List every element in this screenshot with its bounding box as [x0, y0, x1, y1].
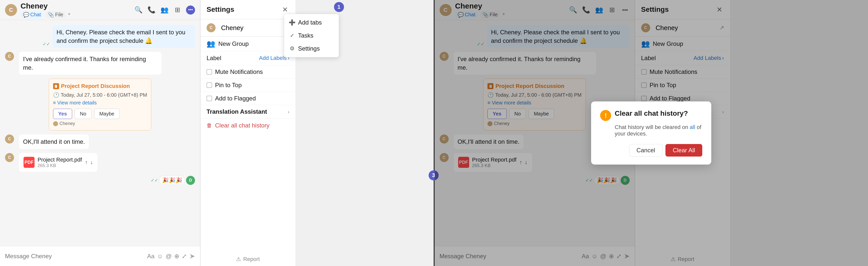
group-icon[interactable]: 👥 — [160, 5, 169, 14]
avatar-green: D — [186, 176, 195, 185]
dropdown-menu: ➕ Add tabs ✓ Tasks ⚙ Settings — [284, 14, 339, 57]
modal-overlay: ! Clear all chat history? Chat history w… — [435, 0, 868, 266]
search-icon[interactable]: 🔍 — [134, 5, 143, 14]
left-settings-panel: Settings ✕ C Cheney ↗ 👥 New Group Label … — [200, 0, 296, 266]
message-bubble-received: I've already confirmed it. Thanks for re… — [19, 52, 161, 75]
clear-history-item[interactable]: 🗑 Clear all chat history — [200, 118, 296, 132]
left-settings-close[interactable]: ✕ — [280, 5, 289, 14]
pin-item[interactable]: Pin to Top — [200, 79, 296, 92]
avatar-small: C — [5, 135, 14, 144]
upload-icon[interactable]: ↑ — [85, 159, 88, 166]
message-row: Hi, Cheney. Please check the email I sen… — [5, 25, 195, 48]
add-tabs-item[interactable]: ➕ Add tabs — [284, 16, 339, 29]
warning-icon: ! — [600, 110, 611, 121]
new-group-label: New Group — [218, 40, 249, 47]
settings-avatar: C — [207, 23, 216, 32]
left-chat-input-area: Aa ☺ @ ⊕ ⤢ ➤ — [0, 246, 200, 266]
clear-all-button[interactable]: Clear All — [665, 144, 702, 156]
translation-item[interactable]: Translation Assistant › — [200, 105, 296, 118]
tick-icon: ✓✓ — [42, 41, 50, 47]
video-call-icon[interactable]: 📞 — [147, 5, 156, 14]
message-row: C OK,I'll attend it on time. — [5, 135, 195, 149]
input-icons: Aa ☺ @ ⊕ ⤢ — [147, 253, 187, 260]
event-card-header: 📋 Project Report Discussion — [53, 83, 147, 89]
left-avatar: C — [5, 4, 17, 16]
modal-desc: Chat history will be cleared on all of y… — [600, 124, 702, 137]
left-header-info: Cheney 💬 Chat 📎 File + — [21, 2, 134, 18]
file-actions: ↑ ↓ — [85, 159, 93, 166]
badge-1: 1 — [334, 2, 344, 12]
report-btn[interactable]: ⚠ Report — [200, 253, 296, 266]
avatar-small: C — [5, 52, 14, 61]
event-title: Project Report Discussion — [61, 83, 130, 89]
no-button[interactable]: No — [74, 109, 92, 119]
modal-title: Clear all chat history? — [615, 110, 688, 117]
event-card: 📋 Project Report Discussion 🕐 Today, Jul… — [49, 79, 152, 130]
flag-label: Add to Flagged — [215, 95, 256, 102]
send-button[interactable]: ➤ — [189, 252, 195, 260]
event-details-link[interactable]: ≡ View more details — [53, 100, 147, 106]
left-settings-person: C Cheney ↗ — [200, 19, 296, 36]
flag-item[interactable]: Add to Flagged — [200, 92, 296, 105]
left-person-info: C Cheney — [207, 23, 244, 32]
add-tabs-label: Add tabs — [298, 19, 322, 26]
emoji-icon[interactable]: ☺ — [157, 253, 163, 260]
left-settings-title: Settings — [207, 5, 234, 13]
maybe-button[interactable]: Maybe — [94, 109, 120, 119]
chat-tag[interactable]: 💬 Chat — [21, 11, 43, 18]
report-label: Report — [243, 256, 259, 263]
report-icon: ⚠ — [236, 256, 241, 263]
format-icon[interactable]: Aa — [147, 253, 154, 260]
modal-actions: Cancel Clear All — [600, 144, 702, 156]
flag-checkbox[interactable] — [207, 96, 212, 101]
translation-arrow: › — [288, 109, 289, 115]
left-panel: C Cheney 💬 Chat 📎 File + 🔍 📞 👥 ⊞ ••• — [0, 0, 434, 266]
modal-header: ! Clear all chat history? — [600, 110, 702, 121]
tasks-icon: ✓ — [289, 32, 296, 39]
download-icon[interactable]: ↓ — [90, 159, 93, 166]
attachment-icon[interactable]: ⊕ — [174, 253, 179, 260]
add-tag-btn[interactable]: + — [68, 11, 71, 18]
message-bubble-received: OK,I'll attend it on time. — [19, 135, 89, 149]
left-chat-area: C Cheney 💬 Chat 📎 File + 🔍 📞 👥 ⊞ ••• — [0, 0, 200, 266]
left-chat-name: Cheney — [21, 2, 134, 10]
message-input[interactable] — [5, 253, 145, 260]
message-bubble-sent: Hi, Cheney. Please check the email I sen… — [53, 25, 195, 48]
pin-checkbox[interactable] — [207, 82, 212, 88]
settings-item[interactable]: ⚙ Settings — [284, 42, 339, 55]
emoji-reaction-row: ✓✓ 🎉🎉🎉 D — [5, 176, 195, 185]
left-messages: Hi, Cheney. Please check the email I sen… — [0, 20, 200, 246]
file-info: Project Report.pdf 265.3 KB — [37, 156, 82, 168]
event-time: 🕐 Today, Jul 27, 5:00 - 6:00 (GMT+8) PM — [53, 92, 147, 98]
left-chat-header: C Cheney 💬 Chat 📎 File + 🔍 📞 👥 ⊞ ••• — [0, 0, 200, 20]
label-text: Label — [207, 55, 221, 62]
left-settings-header: Settings ✕ — [200, 0, 296, 19]
file-message: PDF Project Report.pdf 265.3 KB ↑ ↓ — [19, 153, 97, 172]
more-button[interactable]: ••• — [186, 5, 195, 14]
tasks-item[interactable]: ✓ Tasks — [284, 29, 339, 42]
clear-history-modal: ! Clear all chat history? Chat history w… — [591, 101, 711, 165]
file-tag[interactable]: 📎 File — [45, 11, 66, 18]
mute-label: Mute Notifications — [215, 68, 263, 76]
event-icon: 📋 — [53, 83, 59, 89]
tick-icon: ✓✓ — [151, 178, 158, 183]
message-row: C I've already confirmed it. Thanks for … — [5, 52, 195, 75]
mention-icon[interactable]: @ — [166, 253, 172, 260]
expand-icon[interactable]: ⤢ — [182, 253, 187, 260]
grid-icon[interactable]: ⊞ — [173, 5, 182, 14]
right-chat-area: C Cheney 💬 Chat 📎 File + 🔍 📞 👥 ⊞ ••• — [435, 0, 635, 266]
clear-history-label: Clear all chat history — [215, 122, 269, 129]
emoji-bubble[interactable]: 🎉🎉🎉 — [159, 176, 185, 185]
yes-button[interactable]: Yes — [53, 109, 72, 119]
cancel-button[interactable]: Cancel — [629, 144, 662, 156]
right-panel: C Cheney 💬 Chat 📎 File + 🔍 📞 👥 ⊞ ••• — [435, 0, 868, 266]
new-group-item[interactable]: 👥 New Group — [200, 36, 296, 51]
label-row: Label Add Labels › — [200, 51, 296, 65]
translation-label: Translation Assistant — [207, 108, 267, 115]
settings-dropdown-icon: ⚙ — [289, 45, 296, 52]
pdf-icon: PDF — [24, 157, 35, 168]
mute-checkbox[interactable] — [207, 69, 212, 75]
mute-item[interactable]: Mute Notifications — [200, 65, 296, 79]
file-size: 265.3 KB — [37, 163, 82, 168]
pin-label: Pin to Top — [215, 82, 242, 89]
